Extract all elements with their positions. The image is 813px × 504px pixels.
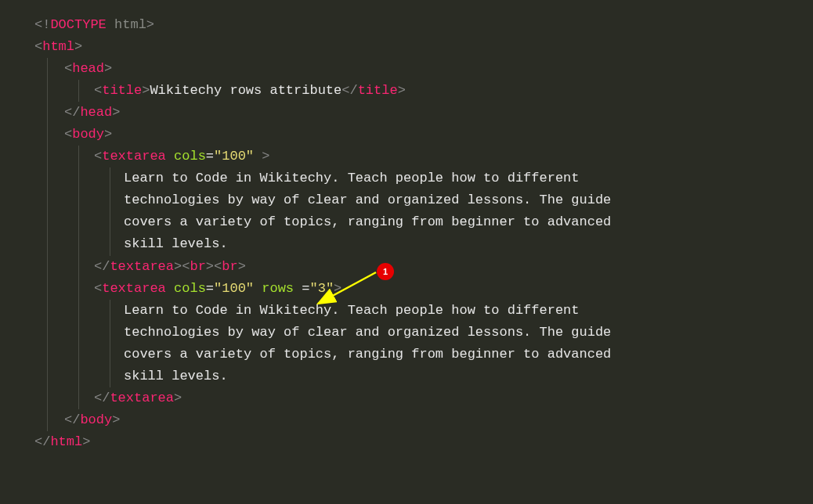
code-line: Learn to Code in Wikitechy. Teach people… [34, 167, 807, 189]
code-line: <textarea cols="100" > [34, 146, 807, 167]
code-line: <!DOCTYPE html> [34, 14, 807, 36]
code-line: Learn to Code in Wikitechy. Teach people… [34, 300, 807, 322]
code-line: covers a variety of topics, ranging from… [34, 344, 807, 365]
code-line: </textarea> [34, 387, 807, 409]
code-line: <head> [34, 58, 807, 80]
code-line: </body> [34, 409, 807, 431]
code-line: covers a variety of topics, ranging from… [34, 211, 807, 233]
annotation-badge: 1 [377, 263, 394, 280]
code-line: skill levels. [34, 365, 807, 387]
code-line: technologies by way of clear and organiz… [34, 322, 807, 344]
code-line: </textarea><br><br> [34, 256, 807, 278]
code-line: <body> [34, 124, 807, 146]
code-line: </head> [34, 102, 807, 124]
code-line: technologies by way of clear and organiz… [34, 189, 807, 211]
code-line: skill levels. [34, 233, 807, 255]
code-line: </html> [34, 431, 807, 453]
code-line: <title>Wikitechy rows attribute</title> [34, 80, 807, 102]
code-line: <textarea cols="100" rows ="3"> [34, 278, 807, 300]
code-line: <html> [34, 36, 807, 58]
code-editor: <!DOCTYPE html> <html> <head> <title>Wik… [6, 14, 807, 453]
